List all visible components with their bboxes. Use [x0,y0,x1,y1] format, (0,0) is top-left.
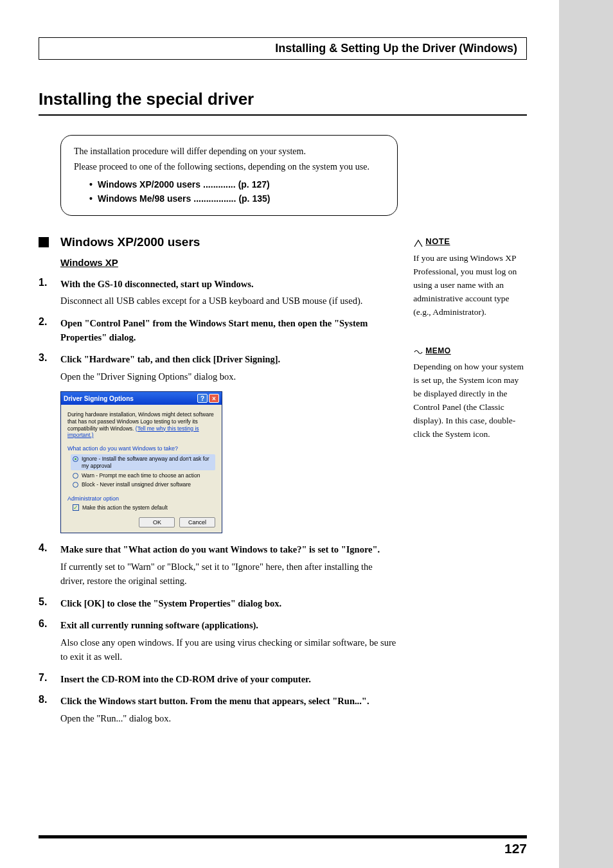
radio-ignore[interactable]: Ignore - Install the software anyway and… [71,454,215,470]
step-bold: Exit all currently running software (app… [60,620,258,630]
checkbox-system-default[interactable]: ✓ Make this action the system default [73,504,215,511]
driver-signing-dialog: Driver Signing Options ? × During hardwa… [60,391,222,533]
checkbox-label: Make this action the system default [82,504,168,511]
main-column: The installation procedure will differ d… [39,135,398,733]
step-bold: Click the Windows start button. From the… [60,696,369,706]
step-bold: Insert the CD-ROM into the CD-ROM drive … [60,674,311,684]
page: Installing & Setting Up the Driver (Wind… [0,0,559,868]
step-number: 5. [39,596,60,610]
step-number: 8. [39,694,60,725]
callout-line-2: Please proceed to one of the following s… [74,160,384,174]
step-bold: Make sure that "What action do you want … [60,544,380,554]
bullet-icon: • [89,177,93,191]
section-header-text: Installing & Setting Up the Driver (Wind… [275,42,517,55]
radio-block[interactable]: Block - Never install unsigned driver so… [73,481,215,488]
callout-item-page: (p. 135) [238,191,270,206]
section-heading: Windows XP/2000 users [39,235,398,249]
step-4: 4. Make sure that "What action do you wa… [39,542,398,588]
step-2: 2. Open "Control Panel" from the Windows… [39,316,398,345]
dialog-description: During hardware installation, Windows mi… [67,411,215,439]
sub-heading: Windows XP [60,257,398,268]
step-1: 1. With the GS-10 disconnected, start up… [39,277,398,308]
step-detail: Disconnect all USB cables except for a U… [60,294,362,308]
step-6: 6. Exit all currently running software (… [39,618,398,664]
dialog-buttons: OK Cancel [67,517,215,527]
dialog-title-text: Driver Signing Options [64,395,196,402]
group-label-admin: Administrator option [67,495,215,502]
radio-icon [73,456,78,462]
step-7: 7. Insert the CD-ROM into the CD-ROM dri… [39,672,398,686]
group-label-action: What action do you want Windows to take? [67,445,215,452]
callout-item-label: Windows Me/98 users [98,191,191,206]
step-number: 1. [39,277,60,308]
pencil-icon [413,239,423,248]
steps-list-1: 1. With the GS-10 disconnected, start up… [39,277,398,384]
memo-label-text: MEMO [425,345,450,357]
leader-dots: ................. [193,191,236,206]
steps-list-2: 4. Make sure that "What action do you wa… [39,542,398,725]
step-detail: Open the "Driver Signing Options" dialog… [60,369,280,384]
page-number: 127 [504,841,527,856]
dialog-titlebar: Driver Signing Options ? × [61,392,222,405]
checkbox-icon: ✓ [73,504,79,511]
radio-label: Ignore - Install the software anyway and… [82,456,213,469]
step-bold: Click "Hardware" tab, and then click [Dr… [60,354,280,364]
sidebar-column: NOTE If you are using Windows XP Profess… [413,135,527,733]
bullet-icon: • [89,191,93,206]
callout-item-me98: • Windows Me/98 users ................. … [89,191,384,206]
dialog-body: During hardware installation, Windows mi… [61,405,222,533]
section-heading-text: Windows XP/2000 users [60,235,200,249]
ok-button[interactable]: OK [139,517,175,527]
memo-label: MEMO [413,345,527,357]
step-bold: Open "Control Panel" from the Windows St… [60,318,368,342]
intro-callout: The installation procedure will differ d… [60,135,398,216]
step-8: 8. Click the Windows start button. From … [39,694,398,725]
step-bold: With the GS-10 disconnected, start up Wi… [60,279,254,289]
step-detail: If currently set to "Warn" or "Block," s… [60,560,398,589]
main-title: Installing the special driver [39,89,527,116]
cancel-button[interactable]: Cancel [179,517,215,527]
step-detail: Open the "Run..." dialog box. [60,711,369,725]
square-bullet-icon [39,237,49,247]
step-number: 2. [39,316,60,345]
radio-icon [73,473,78,479]
note-label-text: NOTE [425,235,450,248]
radio-label: Block - Never install unsigned driver so… [82,481,191,488]
close-button[interactable]: × [209,394,219,403]
step-number: 4. [39,542,60,588]
radio-label: Warn - Prompt me each time to choose an … [82,472,200,479]
note-text: If you are using Windows XP Professional… [413,252,527,319]
callout-line-1: The installation procedure will differ d… [74,145,384,159]
step-number: 7. [39,672,60,686]
memo-text: Depending on how your system is set up, … [413,360,527,441]
step-bold: Click [OK] to close the "System Properti… [60,598,281,608]
leader-dots: ............. [203,177,236,191]
callout-item-page: (p. 127) [238,177,270,191]
content-columns: The installation procedure will differ d… [39,135,527,733]
driver-signing-dialog-figure: Driver Signing Options ? × During hardwa… [60,391,398,533]
note-label: NOTE [413,235,527,248]
radio-warn[interactable]: Warn - Prompt me each time to choose an … [73,472,215,479]
step-number: 6. [39,618,60,664]
step-3: 3. Click "Hardware" tab, and then click … [39,352,398,384]
callout-item-xp2000: • Windows XP/2000 users ............. (p… [89,177,384,191]
step-5: 5. Click [OK] to close the "System Prope… [39,596,398,610]
help-button[interactable]: ? [197,394,208,403]
callout-item-label: Windows XP/2000 users [98,177,200,191]
footer-rule [39,835,527,838]
step-detail: Also close any open windows. If you are … [60,635,398,664]
memo-icon [413,348,423,357]
section-header: Installing & Setting Up the Driver (Wind… [39,37,527,60]
step-number: 3. [39,352,60,384]
radio-icon [73,482,78,488]
